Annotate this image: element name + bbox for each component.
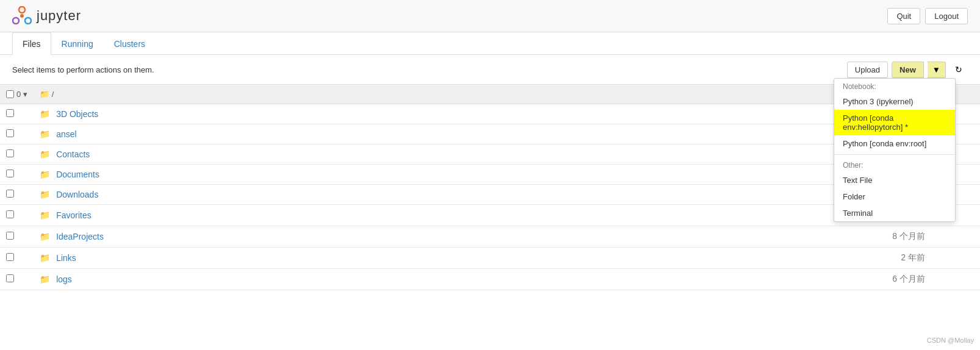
table-row: 📁 Downloads [0,185,980,205]
file-name-link[interactable]: Downloads [56,190,98,199]
logout-button[interactable]: Logout [925,8,968,24]
folder-icon: 📁 [40,210,50,220]
svg-point-3 [20,14,24,18]
file-list: 📁 3D Objects 📁 ansel 📁 Contacts 📁 [0,104,980,290]
folder-icon: 📁 [40,274,50,284]
table-row: 📁 logs 6 个月前 [0,269,980,290]
row-checkbox-2[interactable] [6,149,14,157]
action-bar: Select items to perform actions on them.… [0,55,980,84]
folder-icon: 📁 [40,170,50,179]
file-name-link[interactable]: IdeaProjects [56,232,104,241]
file-name-link[interactable]: 3D Objects [56,109,98,119]
refresh-button[interactable]: ↻ [950,61,968,78]
new-button[interactable]: New [892,62,924,78]
caret-icon: ▼ [932,65,940,74]
dropdown-item-text-file[interactable]: Text File [834,172,955,188]
file-name-link[interactable]: Favorites [56,210,91,220]
row-checkbox-7[interactable] [6,253,14,261]
svg-point-0 [19,7,25,13]
folder-icon: 📁 [40,190,50,199]
top-bar: jupyter Quit Logout [0,0,980,32]
row-time-cell: 6 个月前 [834,269,931,290]
dropdown-caret-icon[interactable]: ▾ [23,90,27,99]
row-checkbox-cell [0,248,34,269]
tabs-bar: Files Running Clusters [0,32,980,55]
row-checkbox-8[interactable] [6,274,14,282]
jupyter-logo-icon [12,6,32,26]
tab-running[interactable]: Running [51,32,104,55]
row-checkbox-4[interactable] [6,190,14,198]
dropdown-item-terminal[interactable]: Terminal [834,205,955,221]
other-section-label: Other: [834,157,955,172]
quit-button[interactable]: Quit [887,8,920,24]
row-name-cell: 📁 Links [34,248,834,269]
dropdown-item-folder[interactable]: Folder [834,188,955,205]
dropdown-item-conda-root[interactable]: Python [conda env:root] [834,135,955,152]
table-header-row: 0 ▾ 📁 / [0,85,980,104]
logo-text: jupyter [37,8,81,24]
row-action-cell [931,226,980,248]
table-row: 📁 Links 2 年前 [0,248,980,269]
row-checkbox-1[interactable] [6,129,14,137]
select-text: Select items to perform actions on them. [12,65,154,74]
breadcrumb-path: / [52,90,54,99]
row-checkbox-cell [0,165,34,185]
file-name-link[interactable]: ansel [56,129,76,139]
row-checkbox-5[interactable] [6,210,14,218]
table-row: 📁 3D Objects [0,104,980,124]
logo-area: jupyter [12,6,81,26]
tab-files[interactable]: Files [12,32,51,55]
table-row: 📁 IdeaProjects 8 个月前 [0,226,980,248]
folder-icon: 📁 [40,253,50,263]
upload-button[interactable]: Upload [847,62,888,78]
file-browser: 0 ▾ 📁 / 📁 3D Objects [0,84,980,290]
dropdown-item-hellopytorch[interactable]: Python [conda env:hellopytorch] * [834,110,955,135]
svg-point-1 [13,18,19,24]
folder-icon: 📁 [40,109,50,119]
table-row: 📁 ansel [0,124,980,145]
select-all-checkbox[interactable] [6,90,14,98]
file-name-link[interactable]: Documents [56,170,99,179]
row-checkbox-cell [0,205,34,226]
row-action-cell [931,269,980,290]
row-name-cell: 📁 ansel [34,124,834,145]
row-checkbox-cell [0,145,34,165]
table-row: 📁 Documents [0,165,980,185]
table-row: 📁 Favorites 2 年前 [0,205,980,226]
row-checkbox-cell [0,104,34,124]
row-time-cell: 2 年前 [834,248,931,269]
tab-clusters[interactable]: Clusters [104,32,156,55]
checkbox-count: 0 [16,90,21,99]
row-name-cell: 📁 Documents [34,165,834,185]
row-checkbox-3[interactable] [6,170,14,177]
refresh-icon: ↻ [955,65,962,74]
th-path: 📁 / [34,85,834,104]
notebook-section-label: Notebook: [834,79,955,93]
dropdown-item-python3[interactable]: Python 3 (ipykernel) [834,93,955,110]
new-dropdown-toggle[interactable]: ▼ [928,62,946,78]
svg-point-2 [25,18,31,24]
folder-icon: 📁 [40,232,50,241]
row-checkbox-cell [0,269,34,290]
dropdown-divider [834,154,955,155]
top-buttons: Quit Logout [887,8,968,24]
row-name-cell: 📁 3D Objects [34,104,834,124]
folder-icon-header: 📁 [40,90,49,99]
row-action-cell [931,248,980,269]
row-name-cell: 📁 Contacts [34,145,834,165]
row-name-cell: 📁 Downloads [34,185,834,205]
folder-icon: 📁 [40,129,50,139]
row-time-cell: 8 个月前 [834,226,931,248]
folder-icon: 📁 [40,149,50,159]
file-name-link[interactable]: Links [56,253,76,263]
row-name-cell: 📁 IdeaProjects [34,226,834,248]
row-checkbox-0[interactable] [6,109,14,117]
file-name-link[interactable]: Contacts [56,149,90,159]
row-checkbox-6[interactable] [6,232,14,240]
row-checkbox-cell [0,124,34,145]
file-name-link[interactable]: logs [56,274,72,284]
row-checkbox-cell [0,185,34,205]
th-checkbox: 0 ▾ [0,85,34,104]
file-table: 0 ▾ 📁 / 📁 3D Objects [0,84,980,290]
table-row: 📁 Contacts [0,145,980,165]
